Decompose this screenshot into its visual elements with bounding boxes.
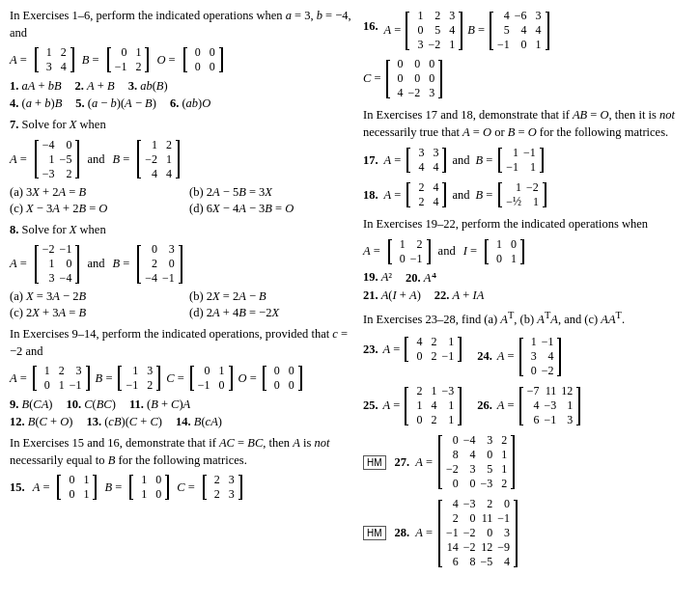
ex15-matrix-A: 01 01 — [57, 472, 97, 503]
ex19-22-intro: In Exercises 19–22, perform the indicate… — [363, 216, 690, 233]
exercise-16: 16. A = 123 054 3−21 B = — [363, 8, 690, 101]
hm-icon-28: HM — [363, 526, 386, 540]
ex25-matrix-A: 21−3 141 021 — [405, 383, 462, 428]
ex16-def: 16. A = 123 054 3−21 B = — [363, 8, 690, 53]
ex8-B-def: B = — [112, 257, 129, 271]
matrix-definitions: A = 12 34 B = 01 −12 — [10, 44, 353, 75]
exercises-17-18: In Exercises 17 and 18, demonstrate that… — [363, 107, 690, 210]
ex2: 2. A + B — [75, 79, 115, 94]
ex8-and: and — [87, 257, 104, 271]
ex28-label: 28. — [395, 526, 410, 540]
exercise-8: 8. Solve for X when A = −2−1 10 3−4 and … — [10, 222, 353, 321]
ex23-28-intro-text: In Exercises 23–28, find (a) AT, (b) ATA… — [363, 309, 690, 329]
ex8-matrix-A: −2−1 10 3−4 — [35, 241, 80, 287]
ex10: 10. C(BC) — [66, 397, 115, 412]
ex18-label: 18. — [363, 188, 378, 203]
matrix-A: 12 34 — [35, 44, 74, 75]
bracket-right — [70, 47, 74, 72]
ex21-22-list: 21. A(I + A) 22. A + IA — [363, 288, 690, 303]
ex17-matrix-B: 1−1 −11 — [498, 145, 544, 176]
ex15-label: 15. — [10, 480, 25, 495]
ex7-matrices: A = −40 1−5 −32 and B = 12 −21 — [10, 137, 353, 182]
ex8-matrices: A = −2−1 10 3−4 and B = 03 20 — [10, 241, 353, 287]
ex18-def: 18. A = 24 24 and B = 1−2 −½1 — [363, 179, 690, 210]
ex7b: (b) 2A − 5B = 3X — [189, 185, 353, 200]
ex9-matrix-O: 00 00 — [263, 363, 302, 394]
ex9-matrix-C: 01 −10 — [190, 363, 233, 394]
ex19-and: and — [438, 244, 456, 259]
ex16-matrix-A: 123 054 3−21 — [406, 8, 462, 53]
ex19-22-list: 19. A² 20. A⁴ — [363, 270, 690, 286]
ex16-matrix-B: 4−63 544 −101 — [490, 8, 549, 53]
ex7-A-def: A = — [10, 152, 27, 167]
ex27-label: 27. — [395, 455, 410, 470]
ex12: 12. B(C + O) — [10, 415, 72, 429]
ex7c: (c) X − 3A + 2B = O — [10, 202, 174, 216]
bracket-left — [183, 47, 187, 72]
ex16-C-wrap: C = 000 000 4−23 — [363, 56, 690, 101]
ex27-def: HM 27. A = 0−432 8401 −2351 00−32 — [363, 432, 690, 492]
ex16-matrix-C: 000 000 4−23 — [386, 56, 443, 101]
ex28-def: HM 28. A = 4−320 2011−1 −1−203 14−212−9 … — [363, 496, 690, 570]
ex16-label: 16. — [363, 19, 378, 34]
ex9-11-list: 9. B(CA) 10. C(BC) 11. (B + C)A — [10, 397, 353, 412]
ex5: 5. (a − b)(A − B) — [75, 96, 156, 111]
ex1: 1. aA + bB — [10, 79, 62, 94]
ex15-B-def: B = — [104, 480, 122, 495]
ex25-def: 25. A = 21−3 141 021 — [363, 383, 462, 428]
ex9-A-def: A = — [10, 371, 27, 386]
exercise-7: 7. Solve for X when A = −40 1−5 −32 and … — [10, 117, 353, 216]
exercises-1-6-intro: In Exercises 1–6, perform the indicated … — [10, 8, 353, 111]
exercises-1-6-list: 1. aA + bB 2. A + B 3. ab(B) — [10, 79, 353, 94]
ex7-matrix-B: 12 −21 44 — [137, 137, 180, 182]
and-text: and — [10, 26, 27, 40]
ex8c: (c) 2X + 3A = B — [10, 306, 174, 320]
ex15-C-def: C = — [177, 480, 195, 495]
ex19: 19. A² — [363, 270, 392, 286]
main-layout: In Exercises 1–6, perform the indicated … — [10, 8, 690, 574]
ex17-matrix-A: 33 44 — [406, 145, 446, 176]
ex17-label: 17. — [363, 153, 378, 168]
ex15-A-def: A = — [33, 480, 50, 495]
ex3: 3. ab(B) — [128, 79, 168, 94]
right-column: 16. A = 123 054 3−21 B = — [363, 8, 690, 574]
ex25-26-row: 25. A = 21−3 141 021 26. A = — [363, 383, 690, 428]
ex21: 21. A(I + A) — [363, 288, 421, 303]
ex4: 4. (a + b)B — [10, 96, 62, 111]
ex12-14-list: 12. B(C + O) 13. (cB)(C + C) 14. B(cA) — [10, 415, 353, 429]
ex9-matrix-A: 123 01−1 — [33, 363, 90, 394]
ex8d: (d) 2A + 4B = −2X — [189, 306, 353, 320]
ex24-def: 24. A = 1−1 34 0−2 — [477, 334, 561, 379]
ex26-label: 26. — [477, 398, 492, 413]
ex24-label: 24. — [477, 349, 492, 364]
matrix-O-content: 00 00 — [189, 44, 217, 75]
ex17-def: 17. A = 33 44 and B = 1−1 −11 — [363, 145, 690, 176]
ex7-parts-cd: (c) X − 3A + 2B = O (d) 6X − 4A − 3B = O — [10, 202, 353, 216]
matrix-B-content: 01 −12 — [113, 44, 144, 75]
matrix-O: 00 00 — [183, 44, 223, 75]
ex15-matrix-B: 10 10 — [129, 472, 169, 503]
ex7-and: and — [87, 152, 104, 167]
ex23-matrix-A: 421 02−1 — [405, 334, 462, 365]
ex8a: (a) X = 3A − 2B — [10, 289, 174, 304]
ex7-intro: 7. Solve for X when — [10, 117, 353, 134]
ex23-24-row: 23. A = 421 02−1 24. A = 1−1 — [363, 334, 690, 379]
ex26-def: 26. A = −71112 4−31 6−13 — [477, 383, 580, 428]
ex18-matrix-B: 1−2 −½1 — [498, 179, 546, 210]
ex8-intro: 8. Solve for X when — [10, 222, 353, 239]
ex23-def: 23. A = 421 02−1 — [363, 334, 462, 365]
ex15-def: 15. A = 01 01 B = 10 10 — [10, 472, 353, 503]
ex9-14-matrices: A = 123 01−1 B = 13 −12 — [10, 363, 353, 394]
exercises-19-22: In Exercises 19–22, perform the indicate… — [363, 216, 690, 303]
matrix-A-content: 12 34 — [41, 44, 69, 75]
ex9-B-def: B = — [96, 371, 113, 386]
bracket-right — [219, 47, 223, 72]
ex11: 11. (B + C)A — [129, 397, 190, 412]
ex9-C-def: C = — [166, 371, 184, 386]
exercises-9-14: In Exercises 9–14, perform the indicated… — [10, 326, 353, 429]
ex8-A-def: A = — [10, 257, 27, 271]
ex9: 9. B(CA) — [10, 397, 52, 412]
ex24-matrix-A: 1−1 34 0−2 — [519, 334, 562, 379]
ex27-matrix-A: 0−432 8401 −2351 00−32 — [438, 432, 515, 492]
ex8-parts-cd: (c) 2X + 3A = B (d) 2A + 4B = −2X — [10, 306, 353, 320]
